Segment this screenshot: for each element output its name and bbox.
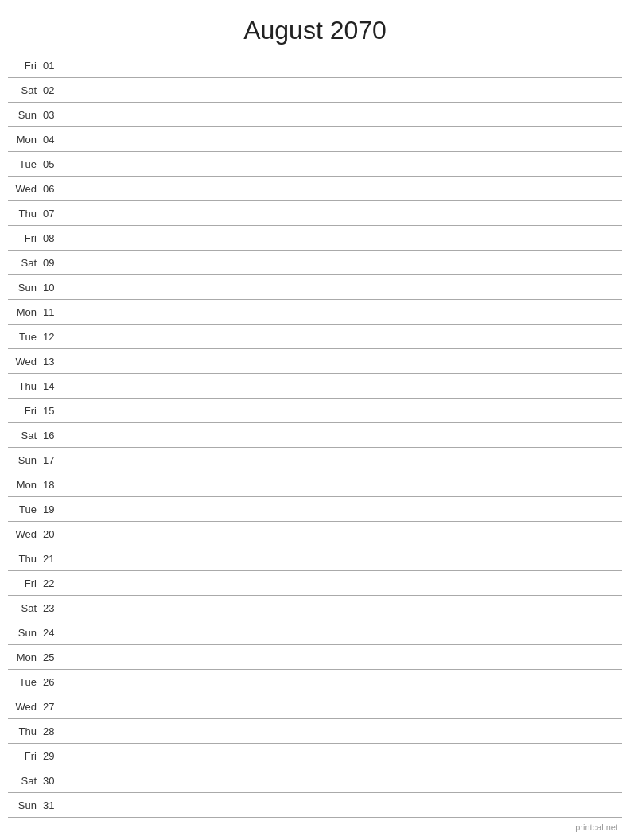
day-name: Fri: [8, 405, 41, 417]
day-line: [64, 731, 622, 732]
day-name: Tue: [8, 158, 41, 170]
day-row: Sun31: [8, 793, 622, 818]
day-number: 28: [41, 725, 64, 737]
day-number: 26: [41, 676, 64, 688]
day-row: Tue12: [8, 325, 622, 349]
day-number: 02: [41, 84, 64, 96]
day-row: Sat23: [8, 596, 622, 620]
day-number: 21: [41, 553, 64, 565]
day-row: Thu21: [8, 546, 622, 571]
day-line: [64, 262, 622, 263]
day-row: Sun17: [8, 448, 622, 472]
day-line: [64, 583, 622, 584]
day-row: Wed27: [8, 694, 622, 719]
day-name: Mon: [8, 479, 41, 491]
calendar-grid: Fri01Sat02Sun03Mon04Tue05Wed06Thu07Fri08…: [0, 53, 630, 818]
day-row: Sun24: [8, 620, 622, 645]
day-row: Fri01: [8, 53, 622, 78]
day-number: 09: [41, 257, 64, 269]
watermark: printcal.net: [575, 822, 618, 832]
day-line: [64, 238, 622, 239]
day-line: [64, 65, 622, 66]
day-line: [64, 287, 622, 288]
day-name: Tue: [8, 331, 41, 343]
day-name: Thu: [8, 553, 41, 565]
day-name: Wed: [8, 701, 41, 713]
day-name: Thu: [8, 725, 41, 737]
day-number: 05: [41, 158, 64, 170]
day-line: [64, 361, 622, 362]
day-line: [64, 484, 622, 485]
day-name: Sat: [8, 84, 41, 96]
day-line: [64, 534, 622, 535]
day-name: Wed: [8, 528, 41, 540]
day-row: Sat02: [8, 78, 622, 103]
day-name: Fri: [8, 578, 41, 589]
day-name: Fri: [8, 60, 41, 72]
day-number: 27: [41, 701, 64, 713]
day-number: 15: [41, 405, 64, 417]
day-number: 08: [41, 232, 64, 244]
day-number: 17: [41, 454, 64, 466]
day-line: [64, 756, 622, 756]
day-line: [64, 312, 622, 313]
day-row: Sat16: [8, 423, 622, 448]
day-number: 30: [41, 775, 64, 787]
day-name: Mon: [8, 306, 41, 318]
day-line: [64, 558, 622, 559]
day-line: [64, 139, 622, 140]
day-name: Wed: [8, 356, 41, 368]
day-name: Sat: [8, 257, 41, 269]
day-name: Fri: [8, 750, 41, 762]
page-title: August 2070: [0, 0, 630, 53]
day-row: Thu14: [8, 374, 622, 399]
day-name: Sat: [8, 602, 41, 614]
day-row: Tue26: [8, 670, 622, 694]
day-number: 20: [41, 528, 64, 540]
day-row: Mon04: [8, 127, 622, 152]
day-line: [64, 164, 622, 165]
day-row: Fri22: [8, 571, 622, 596]
day-line: [64, 435, 622, 436]
day-row: Mon25: [8, 645, 622, 670]
day-row: Tue19: [8, 497, 622, 522]
day-row: Fri15: [8, 399, 622, 423]
day-name: Mon: [8, 651, 41, 663]
day-line: [64, 115, 622, 115]
day-row: Thu28: [8, 719, 622, 744]
day-name: Sat: [8, 775, 41, 787]
day-line: [64, 189, 622, 189]
day-name: Sun: [8, 454, 41, 466]
day-line: [64, 90, 622, 91]
day-row: Mon18: [8, 472, 622, 497]
day-row: Thu07: [8, 201, 622, 226]
day-number: 22: [41, 578, 64, 589]
day-name: Sun: [8, 799, 41, 811]
day-row: Wed20: [8, 522, 622, 546]
day-row: Fri08: [8, 226, 622, 251]
day-number: 18: [41, 479, 64, 491]
day-line: [64, 410, 622, 411]
day-row: Sun10: [8, 275, 622, 300]
day-line: [64, 336, 622, 337]
day-number: 01: [41, 60, 64, 72]
day-line: [64, 706, 622, 707]
day-line: [64, 386, 622, 387]
day-number: 11: [41, 306, 64, 318]
day-number: 14: [41, 380, 64, 392]
day-name: Sun: [8, 109, 41, 121]
day-line: [64, 608, 622, 609]
day-number: 07: [41, 208, 64, 220]
day-number: 29: [41, 750, 64, 762]
day-number: 25: [41, 651, 64, 663]
day-line: [64, 632, 622, 633]
day-line: [64, 213, 622, 214]
day-row: Fri29: [8, 744, 622, 768]
day-number: 10: [41, 282, 64, 294]
day-name: Wed: [8, 183, 41, 195]
day-number: 12: [41, 331, 64, 343]
day-line: [64, 780, 622, 781]
day-number: 04: [41, 134, 64, 146]
day-row: Wed13: [8, 349, 622, 374]
day-name: Thu: [8, 380, 41, 392]
